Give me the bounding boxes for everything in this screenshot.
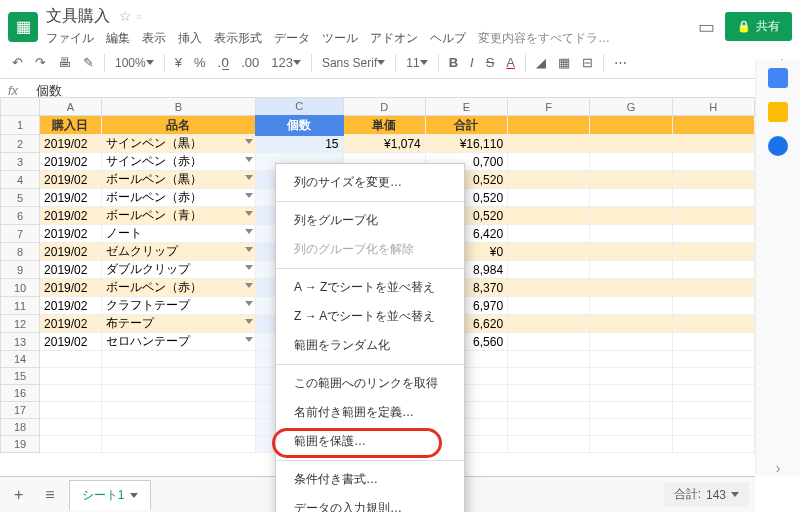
cell[interactable] — [590, 207, 672, 225]
cell[interactable] — [672, 225, 754, 243]
print-icon[interactable]: 🖶 — [54, 53, 75, 72]
strike-icon[interactable]: S — [482, 53, 499, 72]
cell[interactable] — [672, 261, 754, 279]
header-cell[interactable]: 単価 — [343, 116, 425, 135]
percent-icon[interactable]: % — [190, 53, 210, 72]
header-cell[interactable] — [672, 116, 754, 135]
header-cell[interactable] — [590, 116, 672, 135]
all-sheets-button[interactable]: ≡ — [37, 482, 62, 508]
share-button[interactable]: 共有 — [725, 12, 792, 41]
cell[interactable] — [508, 225, 590, 243]
fill-color-icon[interactable]: ◢ — [532, 53, 550, 72]
row-header[interactable]: 15 — [1, 368, 40, 385]
cell[interactable] — [590, 189, 672, 207]
menu-addons[interactable]: アドオン — [370, 30, 418, 47]
context-menu-item[interactable]: Z → Aでシートを並べ替え — [276, 302, 464, 331]
cell[interactable] — [672, 297, 754, 315]
header-cell[interactable]: 個数 — [256, 116, 343, 135]
dropdown-icon[interactable] — [245, 229, 253, 234]
dropdown-icon[interactable] — [245, 283, 253, 288]
zoom-select[interactable]: 100% — [111, 54, 158, 72]
cell[interactable] — [672, 279, 754, 297]
dropdown-icon[interactable] — [245, 319, 253, 324]
row-header[interactable]: 9 — [1, 261, 40, 279]
cell[interactable] — [590, 135, 672, 153]
cell[interactable] — [508, 385, 590, 402]
row-header[interactable]: 2 — [1, 135, 40, 153]
menu-insert[interactable]: 挿入 — [178, 30, 202, 47]
cell[interactable]: 2019/02 — [40, 297, 102, 315]
cell[interactable] — [101, 402, 255, 419]
cell[interactable] — [508, 153, 590, 171]
cell[interactable]: 2019/02 — [40, 189, 102, 207]
cell[interactable] — [590, 171, 672, 189]
cell[interactable]: ゼムクリップ — [101, 243, 255, 261]
cell[interactable]: クラフトテープ — [101, 297, 255, 315]
context-menu-item[interactable]: 範囲を保護… — [276, 427, 464, 456]
cell[interactable] — [508, 436, 590, 453]
cell[interactable] — [508, 419, 590, 436]
cell[interactable] — [672, 135, 754, 153]
cell[interactable] — [101, 436, 255, 453]
cell[interactable] — [40, 351, 102, 368]
cell[interactable] — [672, 315, 754, 333]
cell[interactable]: ボールペン（赤） — [101, 279, 255, 297]
cell[interactable] — [508, 333, 590, 351]
cell[interactable]: 2019/02 — [40, 171, 102, 189]
tasks-icon[interactable] — [768, 136, 788, 156]
more-icon[interactable]: ⋯ — [610, 53, 631, 72]
cell[interactable]: 2019/02 — [40, 333, 102, 351]
cell[interactable] — [40, 436, 102, 453]
dropdown-icon[interactable] — [245, 175, 253, 180]
cell[interactable] — [672, 351, 754, 368]
menu-data[interactable]: データ — [274, 30, 310, 47]
dropdown-icon[interactable] — [245, 157, 253, 162]
cell[interactable] — [101, 385, 255, 402]
dec-increase-icon[interactable]: .00 — [237, 53, 263, 72]
comments-icon[interactable]: ▭ — [698, 16, 715, 38]
cell[interactable] — [101, 368, 255, 385]
currency-icon[interactable]: ¥ — [171, 53, 186, 72]
menu-view[interactable]: 表示 — [142, 30, 166, 47]
cell[interactable] — [101, 351, 255, 368]
cell[interactable] — [508, 171, 590, 189]
row-header[interactable]: 13 — [1, 333, 40, 351]
col-header-H[interactable]: H — [672, 98, 754, 116]
cell[interactable]: ダブルクリップ — [101, 261, 255, 279]
cell[interactable] — [508, 243, 590, 261]
cell[interactable] — [508, 402, 590, 419]
row-header[interactable]: 6 — [1, 207, 40, 225]
cell[interactable] — [40, 402, 102, 419]
cell[interactable] — [508, 279, 590, 297]
cell[interactable]: ¥16,110 — [425, 135, 507, 153]
bold-icon[interactable]: B — [445, 53, 462, 72]
cell[interactable] — [590, 333, 672, 351]
context-menu-item[interactable]: 範囲をランダム化 — [276, 331, 464, 360]
format-more[interactable]: 123 — [267, 53, 305, 72]
cell[interactable]: ボールペン（黒） — [101, 171, 255, 189]
cell[interactable] — [590, 279, 672, 297]
dec-decrease-icon[interactable]: .0̲ — [214, 53, 234, 72]
cell[interactable] — [590, 402, 672, 419]
cell[interactable]: 2019/02 — [40, 207, 102, 225]
merge-icon[interactable]: ⊟ — [578, 53, 597, 72]
dropdown-icon[interactable] — [245, 301, 253, 306]
changes-hint[interactable]: 変更内容をすべてドラ… — [478, 30, 610, 47]
menu-file[interactable]: ファイル — [46, 30, 94, 47]
cell[interactable]: 2019/02 — [40, 279, 102, 297]
dropdown-icon[interactable] — [245, 247, 253, 252]
cell[interactable]: 2019/02 — [40, 153, 102, 171]
italic-icon[interactable]: I — [466, 53, 478, 72]
cell[interactable] — [590, 225, 672, 243]
row-header[interactable]: 3 — [1, 153, 40, 171]
paint-icon[interactable]: ✎ — [79, 53, 98, 72]
cell[interactable] — [672, 419, 754, 436]
row-header[interactable]: 19 — [1, 436, 40, 453]
context-menu-item[interactable]: データの入力規則… — [276, 494, 464, 512]
star-icon[interactable]: ☆ — [119, 8, 132, 24]
cell[interactable] — [672, 368, 754, 385]
cell[interactable] — [40, 368, 102, 385]
cell[interactable] — [672, 436, 754, 453]
cell[interactable]: サインペン（赤） — [101, 153, 255, 171]
add-sheet-button[interactable]: + — [6, 482, 31, 508]
